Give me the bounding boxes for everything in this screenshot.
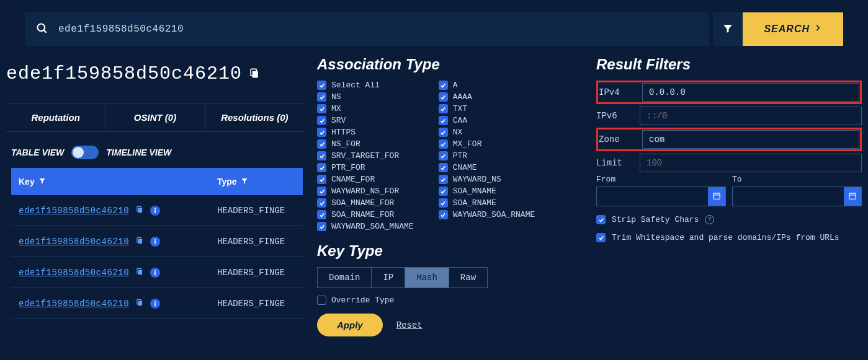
copy-icon[interactable]	[135, 236, 144, 247]
help-icon[interactable]: ?	[705, 215, 714, 224]
row-key-link[interactable]: ede1f159858d50c46210	[19, 237, 129, 247]
assoc-checkbox[interactable]	[317, 92, 326, 102]
copy-icon[interactable]	[248, 67, 261, 81]
row-type: HEADERS_FINGE	[217, 268, 295, 278]
assoc-checkbox[interactable]	[439, 104, 448, 113]
row-key-link[interactable]: ede1f159858d50c46210	[19, 299, 129, 309]
filter-button[interactable]	[713, 12, 743, 46]
assoc-label: MX	[331, 104, 341, 113]
override-label: Override Type	[331, 296, 394, 305]
assoc-option: SOA_RNAME_FOR	[317, 210, 414, 219]
assoc-checkbox[interactable]	[317, 81, 326, 90]
override-type-row: Override Type	[317, 296, 590, 305]
assoc-option: NS_FOR	[317, 139, 414, 149]
col-type[interactable]: Type	[217, 177, 295, 187]
copy-icon[interactable]	[135, 205, 144, 216]
assoc-label: PTR	[453, 151, 467, 160]
zone-row: Zone	[596, 128, 862, 151]
assoc-option: TXT	[439, 104, 535, 113]
tab-resolutions[interactable]: Resolutions (0)	[205, 103, 304, 131]
to-calendar-button[interactable]	[844, 187, 861, 206]
assoc-option: SOA_MNAME_FOR	[317, 198, 414, 208]
apply-button[interactable]: Apply	[317, 314, 383, 336]
assoc-checkbox[interactable]	[317, 198, 326, 208]
tab-reputation[interactable]: Reputation	[6, 103, 105, 131]
copy-icon[interactable]	[135, 267, 144, 278]
calendar-icon	[712, 191, 721, 202]
ipv4-input[interactable]	[642, 83, 859, 102]
col-key[interactable]: Key	[19, 177, 217, 187]
to-input[interactable]	[733, 187, 844, 206]
assoc-checkbox[interactable]	[439, 163, 448, 172]
assoc-option: PTR	[439, 151, 535, 160]
assoc-checkbox[interactable]	[439, 116, 448, 125]
assoc-checkbox[interactable]	[317, 116, 326, 125]
assoc-label: SOA_MNAME	[453, 187, 496, 196]
assoc-checkbox[interactable]	[439, 92, 448, 102]
keytype-option[interactable]: Raw	[449, 268, 487, 288]
search-button[interactable]: SEARCH	[743, 12, 843, 46]
assoc-checkbox[interactable]	[317, 175, 326, 184]
row-key-link[interactable]: ede1f159858d50c46210	[19, 206, 129, 216]
assoc-checkbox[interactable]	[439, 175, 448, 184]
assoc-label: SOA_RNAME_FOR	[331, 210, 394, 219]
assoc-option: SRV	[317, 116, 414, 125]
assoc-label: MX_FOR	[453, 139, 482, 149]
from-label: From	[596, 175, 726, 184]
assoc-label: HTTPS	[331, 128, 356, 137]
keytype-option[interactable]: Domain	[318, 268, 372, 288]
info-icon[interactable]: i	[150, 268, 160, 278]
info-icon[interactable]: i	[150, 206, 160, 216]
assoc-checkbox[interactable]	[317, 222, 326, 231]
assoc-checkbox[interactable]	[439, 81, 448, 90]
reset-link[interactable]: Reset	[396, 320, 423, 330]
info-icon[interactable]: i	[150, 299, 160, 309]
to-label: To	[732, 175, 862, 184]
assoc-option: NX	[439, 128, 535, 137]
ipv6-input[interactable]	[640, 107, 862, 125]
trim-row: Trim Whitespace and parse domains/IPs fr…	[596, 233, 862, 242]
assoc-checkbox[interactable]	[439, 187, 448, 196]
assoc-option: WAYWARD_NS	[439, 175, 535, 184]
assoc-checkbox[interactable]	[439, 198, 448, 208]
assoc-checkbox[interactable]	[439, 139, 448, 149]
assoc-checkbox[interactable]	[317, 139, 326, 149]
assoc-checkbox[interactable]	[317, 104, 326, 113]
keytype-option[interactable]: Hash	[405, 268, 449, 288]
assoc-option: CNAME_FOR	[317, 175, 414, 184]
assoc-checkbox[interactable]	[317, 187, 326, 196]
strip-checkbox[interactable]	[596, 215, 606, 224]
assoc-option: NS	[317, 92, 414, 102]
search-input[interactable]	[58, 24, 698, 35]
col-key-label: Key	[19, 177, 35, 187]
from-input[interactable]	[597, 187, 708, 206]
assoc-checkbox[interactable]	[317, 151, 326, 160]
assoc-option: CNAME	[439, 163, 535, 172]
zone-input[interactable]	[642, 130, 859, 149]
row-type: HEADERS_FINGE	[217, 206, 295, 216]
info-icon[interactable]: i	[150, 237, 160, 247]
svg-rect-8	[138, 270, 142, 275]
limit-input[interactable]	[640, 154, 862, 172]
copy-icon[interactable]	[135, 298, 144, 309]
zone-label: Zone	[599, 134, 642, 144]
search-button-label: SEARCH	[764, 24, 810, 35]
filter-panel: Association Type Select All NS MX SRV HT…	[304, 56, 862, 360]
assoc-checkbox[interactable]	[317, 163, 326, 172]
assoc-label: AAAA	[453, 92, 472, 102]
row-key-link[interactable]: ede1f159858d50c46210	[19, 268, 129, 278]
tab-osint[interactable]: OSINT (0)	[105, 103, 205, 131]
assoc-checkbox[interactable]	[439, 151, 448, 160]
assoc-checkbox[interactable]	[317, 210, 326, 219]
assoc-label: WAYWARD_NS_FOR	[331, 187, 399, 196]
view-switch[interactable]	[71, 146, 99, 159]
assoc-checkbox[interactable]	[439, 128, 448, 137]
search-bar: SEARCH	[25, 12, 843, 46]
from-calendar-button[interactable]	[708, 187, 725, 206]
assoc-checkbox[interactable]	[439, 210, 448, 219]
keytype-option[interactable]: IP	[372, 268, 405, 288]
override-checkbox[interactable]	[317, 296, 326, 305]
assoc-label: A	[453, 81, 458, 90]
trim-checkbox[interactable]	[596, 233, 606, 242]
assoc-checkbox[interactable]	[317, 128, 326, 137]
